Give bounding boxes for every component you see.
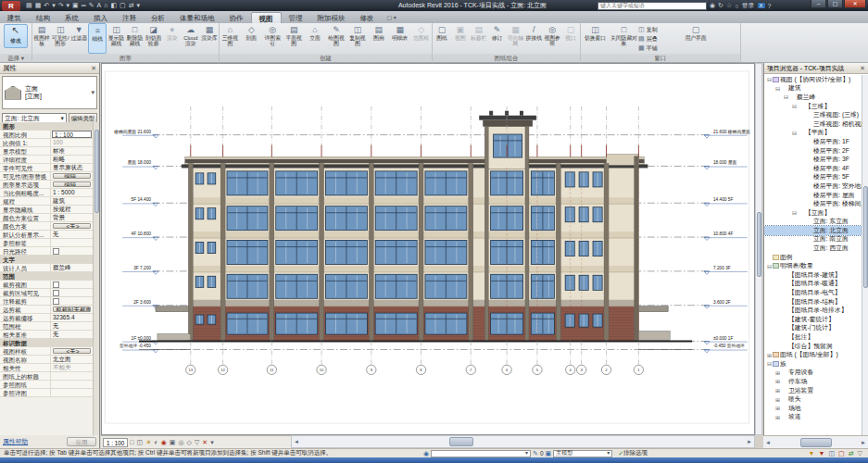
ribbon-button[interactable]: ◫ 可见性/图形 (51, 23, 69, 54)
tree-item[interactable]: 【图纸目录-给排水】 (764, 306, 862, 315)
tree-item[interactable]: 【批注】 (764, 332, 862, 342)
ribbon-button[interactable]: ▢ 视口 (561, 23, 580, 54)
tree-item[interactable]: 三维视图: 相机视图 (764, 119, 862, 129)
panel-label-sheet[interactable]: 图纸组合 (433, 54, 580, 63)
view-control-icon[interactable]: ✕ (202, 437, 208, 448)
scroll-left-arrow[interactable]: ◄ (292, 439, 301, 444)
tree-expander[interactable]: ⊞ (774, 378, 781, 384)
ribbon-tab[interactable]: 系统 (57, 12, 86, 23)
property-row[interactable]: 参照图纸 (0, 381, 93, 389)
tree-item[interactable]: 三维视图: (三维) (764, 110, 862, 119)
property-row[interactable]: 日光路径 (0, 247, 93, 256)
property-row[interactable]: 显示隐藏线 按规程 (0, 206, 93, 214)
tree-item[interactable]: ⊟ 视图 (【协同设计/全部】) (764, 75, 862, 84)
tree-item[interactable]: ⊟ 【立面】 (764, 208, 862, 218)
ribbon-button[interactable]: ⌂ 立面 (305, 23, 326, 54)
ribbon-tab[interactable]: 协作 (222, 12, 251, 23)
browser-scrollbar[interactable] (862, 75, 868, 435)
maximize-button[interactable]: ▢ (827, 0, 843, 8)
view-control-icon[interactable]: ◇ (186, 437, 191, 448)
qat-icon[interactable]: ⌂ (104, 1, 107, 10)
apply-button[interactable]: 应用 (67, 437, 96, 446)
filter-icon[interactable]: ▼ (809, 449, 815, 457)
ribbon-button[interactable]: ▢ 图纸 (433, 23, 451, 54)
ribbon-button[interactable]: / 拼接线 (524, 23, 543, 54)
ribbon-tab[interactable]: 管理 (282, 12, 310, 23)
panel-label-select[interactable]: 选择 ▾ (0, 54, 31, 63)
tree-item[interactable]: ⊞ 图纸 (【图纸/全部】) (764, 350, 862, 359)
tree-item[interactable]: ⊞ 停车场 (764, 377, 862, 386)
tree-item[interactable]: ⊞ 卫浴装置 (764, 386, 862, 395)
tree-expander[interactable]: ⊟ (791, 209, 798, 216)
ribbon-button[interactable]: ✎ 绘图视图 (326, 23, 347, 54)
property-row[interactable]: 相关性 不相关 (0, 364, 93, 372)
close-icon[interactable]: ✕ (91, 65, 96, 72)
tree-item[interactable]: 立面: 北立面 (764, 226, 862, 235)
view-selector-dropdown[interactable]: 立面: 北立面 ▾ (2, 113, 67, 123)
ribbon-button[interactable]: ▤ 标题栏 (470, 23, 488, 54)
design-option-selector[interactable]: 主模型▾ (553, 450, 612, 457)
ribbon-tab[interactable]: 视图 (251, 12, 282, 23)
property-row[interactable]: 规程 建筑 (0, 197, 93, 206)
qat-icon[interactable]: A (97, 1, 102, 10)
qat-icon[interactable]: ▾ (67, 1, 70, 10)
tree-expander[interactable]: ⊟ (791, 130, 798, 136)
view-control-icon[interactable]: ▽ (195, 437, 199, 448)
property-row[interactable]: 颜色方案位置 背景 (0, 214, 93, 222)
view-control-icon[interactable]: □ (130, 437, 133, 448)
ribbon-button[interactable]: ☁ Cloud 渲染 (182, 23, 200, 54)
ribbon-button[interactable]: ▣ 视图 (451, 23, 470, 54)
tree-item[interactable]: 立面: 东立面 (764, 218, 862, 227)
tree-item[interactable]: ⊞ 场地 (764, 404, 862, 413)
tree-item[interactable]: 【建筑-门统计】 (764, 324, 862, 333)
ribbon-button[interactable]: ≡ 细线 (88, 23, 107, 54)
modify-button[interactable]: ↖ 修改 (4, 24, 28, 48)
tree-expander[interactable]: ⊞ (774, 369, 781, 376)
worksets-icon[interactable]: ◉ (423, 450, 429, 457)
property-row[interactable]: 参照标签 (0, 239, 93, 247)
ribbon-small-button[interactable]: ▤ 层叠 (638, 34, 681, 44)
property-row[interactable]: 视图样板 <无> (0, 347, 93, 356)
qat-icon[interactable]: ▾ (52, 1, 56, 10)
ribbon-button[interactable]: ▦ 渲染库 (200, 23, 219, 54)
view-control-icon[interactable]: ▾ (210, 437, 214, 448)
sign-in-label[interactable]: 登录 (742, 1, 755, 10)
ribbon-button[interactable]: ▦ 明细表 (389, 23, 410, 54)
tree-item[interactable]: ⊞ 坡道 (764, 413, 862, 422)
qat-icon[interactable]: ▾ (137, 1, 141, 10)
scrollbar-thumb[interactable] (449, 437, 473, 446)
filter-icon[interactable]: ◫ (828, 449, 835, 457)
ribbon-options-toggle[interactable]: ▢ ▾ (387, 12, 396, 23)
user-interface-button[interactable]: ▢ 用户界面 (681, 23, 711, 54)
property-row[interactable]: 相关基准 无 (0, 331, 93, 339)
chevron-down-icon[interactable]: ▾ (91, 89, 94, 96)
property-row[interactable]: 裁剪视图 (0, 281, 93, 289)
scroll-right-arrow[interactable]: ► (745, 439, 754, 444)
ribbon-button[interactable]: ✎ 修订 (488, 23, 507, 54)
tree-item[interactable]: ⊞ 喷头 (764, 394, 862, 404)
tree-expander[interactable]: ⊟ (783, 94, 789, 100)
property-row[interactable]: 设计人员 蔡兰峰 (0, 264, 93, 272)
qat-icon[interactable]: ↷ (58, 1, 64, 10)
ribbon-button[interactable]: ◫ 复制视图 (346, 23, 368, 54)
tree-expander[interactable]: ⊟ (774, 85, 781, 92)
view-control-icon[interactable]: ☀ (145, 437, 151, 448)
property-row[interactable]: 范围框 无 (0, 322, 93, 331)
scale-control[interactable]: 1 : 100 (103, 438, 128, 447)
ribbon-button[interactable]: ◫ 切换窗口 (581, 23, 610, 54)
ribbon-small-button[interactable]: ▦ 平铺 (638, 44, 681, 53)
tree-item[interactable]: ⊟ 族 (764, 359, 862, 369)
property-row[interactable]: 范围 (0, 272, 93, 281)
property-row[interactable]: 远剪裁 剪裁时无截面线 (0, 306, 93, 314)
ribbon-button[interactable]: □ 关闭隐藏对象 (610, 23, 638, 54)
ribbon-tab[interactable]: 插入 (86, 12, 115, 23)
drawing-canvas[interactable]: 楼梯间屋面 21.60021.600 楼梯间屋面屋面 18.00018.000 … (101, 63, 755, 435)
help-icon[interactable]: ? (768, 3, 772, 9)
tree-item[interactable]: ⊟ 【平面】 (764, 129, 862, 138)
scrollbar-thumb[interactable] (800, 438, 832, 447)
ribbon-button[interactable]: ▼ 过滤器 (69, 23, 88, 54)
view-control-icon[interactable]: ◉ (161, 437, 167, 448)
tree-item[interactable]: 【图纸目录-暖通】 (764, 280, 862, 289)
type-selector[interactable]: 立面 [立面] ▾ (2, 76, 97, 109)
ribbon-tab[interactable]: 建筑 (0, 12, 29, 23)
